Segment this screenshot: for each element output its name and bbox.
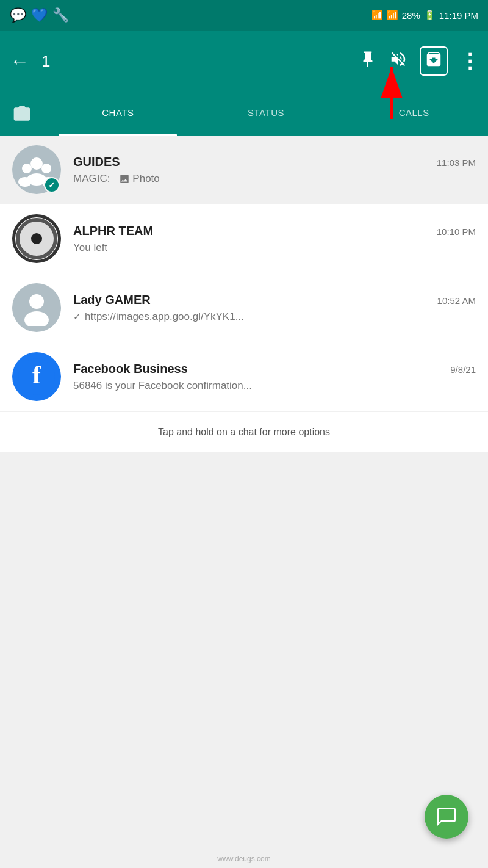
chat-name-ladygamer: Lady GAMER [73,293,151,307]
battery-percent: 28% [402,10,420,21]
chat-preview-ladygamer: ✓ https://images.app.goo.gl/YkYK1... [73,311,476,323]
status-bar: 💬 💙 🔧 📶 📶 28% 🔋 11:19 PM [0,0,488,31]
checkmark-icon: ✓ [73,311,81,322]
chat-item-guides[interactable]: GUIDES 11:03 PM MAGIC: Photo [0,136,488,204]
chat-preview-alphr: You left [73,242,476,254]
archive-button[interactable] [420,46,448,76]
signal-icon: 📶 [387,10,398,21]
svg-point-2 [30,157,43,170]
compose-icon [436,806,458,828]
hint-bar: Tap and hold on a chat for more options [0,411,488,452]
tab-status-label: STATUS [248,107,284,118]
tab-chats-label: CHATS [102,107,134,118]
chat-name-guides: GUIDES [73,155,120,169]
chat-header-alphr: ALPHR TEAM 10:10 PM [73,224,476,238]
chat-content-ladygamer: Lady GAMER 10:52 AM ✓ https://images.app… [73,293,476,323]
chat-time-ladygamer: 10:52 AM [437,295,476,306]
avatar-ladygamer [12,283,61,332]
chat-preview-facebook: 56846 is your Facebook confirmation... [73,380,476,392]
app-bar: ← 1 ⋮ [0,31,488,92]
selected-count: 1 [41,52,346,71]
mute-button[interactable] [389,50,407,72]
chat-content-alphr: ALPHR TEAM 10:10 PM You left [73,224,476,254]
preview-text-facebook: 56846 is your Facebook confirmation... [73,380,252,392]
new-chat-fab[interactable] [425,795,468,839]
time-display: 11:19 PM [439,10,478,21]
chat-content-facebook: Facebook Business 9/8/21 56846 is your F… [73,362,476,392]
svg-point-9 [24,311,49,326]
chat-item-alphr[interactable]: ALPHR TEAM 10:10 PM You left [0,204,488,273]
svg-point-8 [29,294,44,309]
tab-calls-label: CALLS [399,107,429,118]
tab-chats[interactable]: CHATS [44,92,192,136]
chat-preview-guides: MAGIC: Photo [73,173,476,185]
chat-time-alphr: 10:10 PM [437,226,476,237]
status-bar-left: 💬 💙 🔧 [10,7,69,23]
chat-item-ladygamer[interactable]: Lady GAMER 10:52 AM ✓ https://images.app… [0,273,488,342]
verified-badge [44,177,60,193]
camera-tab[interactable] [0,92,44,136]
wechat-icon: 💬 [10,7,26,23]
avatar-guides [12,145,61,194]
app-bar-actions: ⋮ [359,46,478,76]
hint-text: Tap and hold on a chat for more options [158,427,330,437]
chat-header-facebook: Facebook Business 9/8/21 [73,362,476,376]
battery-icon: 🔋 [424,10,436,21]
chat-name-facebook: Facebook Business [73,362,188,376]
avatar-facebook: f [12,352,61,401]
pin-button[interactable] [359,50,377,73]
wifi-icon: 📶 [371,10,383,21]
chat-list: GUIDES 11:03 PM MAGIC: Photo ALPHR TEAM … [0,136,488,452]
chat-item-facebook[interactable]: f Facebook Business 9/8/21 56846 is your… [0,342,488,411]
avatar-alphr [12,214,61,263]
more-button[interactable]: ⋮ [460,49,478,73]
chat-header-ladygamer: Lady GAMER 10:52 AM [73,293,476,307]
chat-content-guides: GUIDES 11:03 PM MAGIC: Photo [73,155,476,185]
back-button[interactable]: ← [10,50,29,73]
preview-text-guides: MAGIC: Photo [73,173,160,185]
tab-bar: CHATS STATUS CALLS [0,92,488,136]
svg-point-4 [41,164,51,173]
chat-name-alphr: ALPHR TEAM [73,224,153,238]
svg-point-6 [18,177,32,187]
chat-time-guides: 11:03 PM [437,157,476,168]
settings-icon: 🔧 [52,7,69,23]
status-bar-right: 📶 📶 28% 🔋 11:19 PM [371,10,478,21]
preview-text-alphr: You left [73,242,107,254]
watermark: www.deugs.com [217,855,270,863]
messenger-icon: 💙 [31,7,48,23]
chat-time-facebook: 9/8/21 [450,364,476,375]
chat-header-guides: GUIDES 11:03 PM [73,155,476,169]
svg-text:f: f [32,361,41,389]
preview-text-ladygamer: https://images.app.goo.gl/YkYK1... [85,311,244,323]
tab-status[interactable]: STATUS [192,92,340,136]
tab-calls[interactable]: CALLS [340,92,488,136]
svg-point-3 [22,164,32,173]
